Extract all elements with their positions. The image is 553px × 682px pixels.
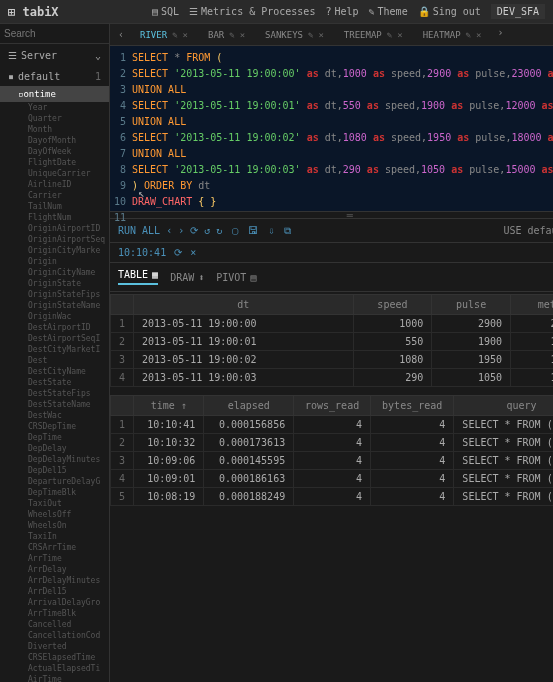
column-row[interactable]: Quarter (0, 113, 109, 124)
column-row[interactable]: WheelsOn (0, 520, 109, 531)
column-row[interactable]: CRSElapsedTime (0, 652, 109, 663)
column-row[interactable]: ArrTime (0, 553, 109, 564)
column-row[interactable]: CRSArrTime (0, 542, 109, 553)
signout-link[interactable]: 🔒 Sing out (418, 6, 481, 17)
col-header[interactable] (111, 295, 134, 315)
column-row[interactable]: ArrDelay (0, 564, 109, 575)
server-row[interactable]: ☰ Server ⌄ (0, 44, 109, 67)
column-row[interactable]: ArrTimeBlk (0, 608, 109, 619)
tab-treemap[interactable]: TREEMAP✎× (336, 27, 411, 43)
table-row[interactable]: 32013-05-11 19:00:021080195018000 (111, 351, 554, 369)
column-row[interactable]: OriginCityName (0, 267, 109, 278)
sql-editor[interactable]: 1SELECT * FROM (2SELECT '2013-05-11 19:0… (110, 46, 553, 211)
column-row[interactable]: Cancelled (0, 619, 109, 630)
result-tab-table[interactable]: TABLE▦ (118, 269, 158, 285)
column-row[interactable]: OriginAirportID (0, 223, 109, 234)
col-header[interactable]: elapsed (204, 396, 294, 416)
column-row[interactable]: TaxiIn (0, 531, 109, 542)
col-header[interactable]: metr (510, 295, 553, 315)
column-row[interactable]: TaxiOut (0, 498, 109, 509)
table-row[interactable]: 510:08:190.00018824944SELECT * FROM ( SE (111, 488, 554, 506)
toolbar-icon-1[interactable]: ▢ (232, 225, 238, 236)
result-grid[interactable]: dtspeedpulsemetr12013-05-11 19:00:001000… (110, 294, 553, 387)
column-row[interactable]: CRSDepTime (0, 421, 109, 432)
column-row[interactable]: Carrier (0, 190, 109, 201)
column-row[interactable]: DestWac (0, 410, 109, 421)
col-header[interactable]: dt (134, 295, 354, 315)
tab-heatmap[interactable]: HEATMAP✎× (415, 27, 490, 43)
column-row[interactable]: AirlineID (0, 179, 109, 190)
column-row[interactable]: TailNum (0, 201, 109, 212)
column-row[interactable]: ActualElapsedTi (0, 663, 109, 674)
help-link[interactable]: ? Help (325, 6, 358, 17)
column-row[interactable]: OriginStateName (0, 300, 109, 311)
column-row[interactable]: WheelsOff (0, 509, 109, 520)
column-row[interactable]: ArrDelayMinutes (0, 575, 109, 586)
save-icon[interactable]: 🖫 (248, 225, 258, 236)
column-row[interactable]: DestCityMarketI (0, 344, 109, 355)
close-icon[interactable]: × (240, 30, 245, 40)
table-row[interactable]: ▫ ontime (0, 86, 109, 102)
table-row[interactable]: 42013-05-11 19:00:03290105015000 (111, 369, 554, 387)
use-database[interactable]: USE default ▾ (503, 225, 553, 236)
column-row[interactable]: CancellationCod (0, 630, 109, 641)
close-icon[interactable]: × (183, 30, 188, 40)
column-row[interactable]: Month (0, 124, 109, 135)
table-row[interactable]: 310:09:060.00014559544SELECT * FROM ( SE (111, 452, 554, 470)
table-row[interactable]: 22013-05-11 19:00:01550190012000 (111, 333, 554, 351)
column-row[interactable]: Origin (0, 256, 109, 267)
edit-icon[interactable]: ✎ (387, 30, 392, 40)
close-icon[interactable]: × (476, 30, 481, 40)
column-row[interactable]: OriginAirportSeq (0, 234, 109, 245)
download-icon[interactable]: ⇩ (268, 225, 274, 236)
col-header[interactable]: rows_read (294, 396, 371, 416)
column-row[interactable]: ArrivalDelayGro (0, 597, 109, 608)
table-row[interactable]: 210:10:320.00017361344SELECT * FROM ( SE (111, 434, 554, 452)
column-row[interactable]: DepDel15 (0, 465, 109, 476)
run-all-button[interactable]: RUN ALL ‹ › ⟳ ↺ ↻ (118, 225, 222, 236)
refresh-icon[interactable]: ⟳ (174, 247, 182, 258)
column-row[interactable]: OriginState (0, 278, 109, 289)
result-tab-draw[interactable]: DRAW⬍ (170, 269, 204, 285)
tab-sankeys[interactable]: SANKEYS✎× (257, 27, 332, 43)
sql-link[interactable]: ▤ SQL (152, 6, 179, 17)
db-row-default[interactable]: ▪default1 (0, 67, 109, 86)
tab-river[interactable]: RIVER✎× (132, 27, 196, 43)
column-row[interactable]: DayofMonth (0, 135, 109, 146)
metrics-link[interactable]: ☰ Metrics & Processes (189, 6, 315, 17)
column-row[interactable]: DepartureDelayG (0, 476, 109, 487)
col-header[interactable]: time ↑ (134, 396, 204, 416)
column-row[interactable]: Diverted (0, 641, 109, 652)
column-row[interactable]: DepTimeBlk (0, 487, 109, 498)
column-row[interactable]: DepDelayMinutes (0, 454, 109, 465)
column-row[interactable]: DepTime (0, 432, 109, 443)
column-row[interactable]: DestCityName (0, 366, 109, 377)
env-tag[interactable]: DEV_SFA (491, 4, 545, 19)
close-icon[interactable]: × (397, 30, 402, 40)
edit-icon[interactable]: ✎ (172, 30, 177, 40)
column-row[interactable]: AirTime (0, 674, 109, 682)
column-row[interactable]: OriginStateFips (0, 289, 109, 300)
col-header[interactable] (111, 396, 134, 416)
column-row[interactable]: FlightNum (0, 212, 109, 223)
close-icon[interactable]: × (318, 30, 323, 40)
column-row[interactable]: ArrDel15 (0, 586, 109, 597)
column-row[interactable]: DestState (0, 377, 109, 388)
col-header[interactable]: bytes_read (371, 396, 454, 416)
copy-icon[interactable]: ⧉ (284, 225, 291, 237)
column-row[interactable]: DestStateName (0, 399, 109, 410)
col-header[interactable]: pulse (432, 295, 511, 315)
column-row[interactable]: OriginWac (0, 311, 109, 322)
table-row[interactable]: 110:10:410.00015685644SELECT * FROM ( SE (111, 416, 554, 434)
edit-icon[interactable]: ✎ (229, 30, 234, 40)
column-row[interactable]: Year (0, 102, 109, 113)
tab-prev-icon[interactable]: ‹ (114, 29, 128, 40)
column-row[interactable]: UniqueCarrier (0, 168, 109, 179)
close-icon[interactable]: × (190, 247, 196, 258)
result-tab-pivot[interactable]: PIVOT▤ (216, 269, 256, 285)
column-row[interactable]: DestAirportSeqI (0, 333, 109, 344)
column-row[interactable]: DayOfWeek (0, 146, 109, 157)
table-row[interactable]: 12013-05-11 19:00:001000290023000 (111, 315, 554, 333)
table-row[interactable]: 410:09:010.00018616344SELECT * FROM ( SE (111, 470, 554, 488)
column-row[interactable]: DepDelay (0, 443, 109, 454)
